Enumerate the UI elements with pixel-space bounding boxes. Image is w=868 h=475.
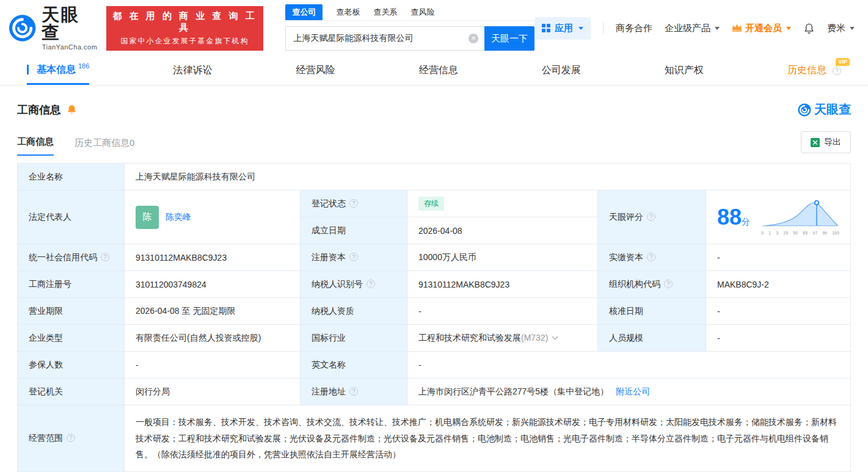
menu-cooperation[interactable]: 商务合作 [616, 23, 652, 34]
search-tab-relation[interactable]: 查关系 [373, 7, 397, 20]
search-box [285, 26, 484, 51]
subtab-history-business-info[interactable]: 历史工商信息0 [75, 137, 134, 156]
bell-icon [803, 23, 815, 34]
help-icon[interactable] [367, 280, 375, 288]
tab-basic-info-count: 186 [78, 62, 89, 70]
menu-enterprise[interactable]: 企业级产品 [665, 23, 720, 34]
help-icon[interactable] [833, 67, 841, 75]
help-icon[interactable] [349, 253, 358, 261]
address-label-cell: 注册地址 [301, 379, 407, 405]
approval-date-label: 核准日期 [598, 298, 706, 325]
search-button[interactable]: 天眼一下 [484, 26, 534, 51]
tab-intellectual-property[interactable]: 知识产权 [665, 56, 704, 85]
reg-status-label-cell: 登记状态 [301, 190, 407, 217]
table-row: 营业期限 2026-04-08 至 无固定期限 纳税人资质 - 核准日期 - [18, 298, 851, 325]
section-title: 工商信息 [17, 103, 61, 117]
vip-badge: VIP [836, 58, 850, 66]
help-icon[interactable] [647, 253, 655, 261]
help-icon[interactable] [349, 199, 358, 208]
tab-legal-litigation-label: 法律诉讼 [173, 64, 212, 77]
subtab-business-info[interactable]: 工商信息 [17, 136, 54, 156]
chevron-down-icon [850, 27, 855, 30]
address-value: 上海市闵行区沪青平公路277号5楼（集中登记地） [418, 386, 608, 396]
watermark-logo-text: 天眼查 [814, 101, 851, 118]
tab-history-info[interactable]: 历史信息 VIP [787, 56, 841, 85]
table-row: 工商注册号 310112003749824 纳税人识别号 91310112MAK… [18, 271, 851, 298]
legal-rep-cell: 陈 陈奕峰 [125, 190, 301, 244]
reg-capital-value: 10000万人民币 [407, 244, 598, 271]
help-icon[interactable] [664, 280, 673, 288]
table-row: 参保人数 - 英文名称 - [18, 352, 851, 379]
industry-cell: 工程和技术研究和试验发展(M732) [407, 325, 598, 352]
reg-status-cell: 存续 [407, 190, 598, 217]
chevron-down-icon[interactable] [552, 333, 558, 339]
tab-basic-info[interactable]: 基本信息 186 [27, 56, 89, 85]
table-row: 统一社会信用代码 91310112MAKB8C9J23 注册资本 10000万人… [18, 244, 851, 271]
table-row: 经营范围 一般项目：技术服务、技术开发、技术咨询、技术交流、技术转让、技术推广；… [18, 405, 851, 472]
table-row: 企业类型 有限责任公司(自然人投资或控股) 国标行业 工程和技术研究和试验发展(… [18, 325, 851, 352]
reg-authority-value: 闵行分局 [125, 379, 301, 405]
company-type-label: 企业类型 [18, 325, 125, 352]
tab-company-development[interactable]: 公司发展 [542, 56, 581, 85]
score-label: 天眼评分 [609, 212, 643, 222]
user-menu[interactable]: 费米 [827, 23, 855, 34]
taxpayer-id-label: 纳税人识别号 [312, 279, 363, 289]
slogan-line2: 国家中小企业发展子基金旗下机构 [112, 36, 258, 46]
export-button[interactable]: 导出 [801, 131, 851, 153]
export-button-label: 导出 [824, 137, 841, 148]
apps-menu[interactable]: 应用 [534, 17, 591, 40]
search-tab-risk[interactable]: 查风险 [410, 7, 434, 20]
reg-status-label: 登记状态 [312, 198, 346, 208]
search-tab-boss[interactable]: 查老板 [336, 7, 360, 20]
establish-date-label: 成立日期 [301, 217, 407, 244]
tab-operation-risk[interactable]: 经营风险 [296, 56, 335, 85]
score-axis: 0131550659799100 [761, 231, 839, 235]
clear-search-icon[interactable] [469, 34, 478, 43]
nearby-companies-link[interactable]: 附近公司 [616, 386, 650, 396]
approval-date-value: - [706, 298, 851, 325]
credit-code-label-cell: 统一社会信用代码 [18, 244, 125, 271]
slogan-line1: 都 在 用 的 商 业 查 询 工 具 [112, 10, 258, 34]
logo-swirl-icon [9, 14, 36, 42]
business-term-value: 2026-04-08 至 无固定期限 [125, 298, 301, 325]
search-tab-company[interactable]: 查公司 [285, 4, 323, 20]
tab-operation-info[interactable]: 经营信息 [419, 56, 458, 85]
taxpayer-id-label-cell: 纳税人识别号 [301, 271, 407, 298]
section-header: 工商信息 天眼查 [17, 101, 851, 118]
tab-operation-risk-label: 经营风险 [296, 64, 335, 77]
address-label: 注册地址 [312, 386, 346, 396]
search-input[interactable] [285, 26, 484, 51]
top-bar: 天眼查 TianYanCha.com 都 在 用 的 商 业 查 询 工 具 国… [0, 0, 868, 56]
reg-capital-label: 注册资本 [312, 252, 346, 262]
establish-date-value: 2026-04-08 [407, 217, 598, 244]
reg-number-label: 工商注册号 [18, 271, 125, 298]
business-scope-value: 一般项目：技术服务、技术开发、技术咨询、技术交流、技术转让、技术推广；机电耦合系… [125, 405, 851, 472]
main-content: 工商信息 天眼查 工商信息 历史工商信息0 导出 [0, 101, 868, 472]
score-label-cell: 天眼评分 [598, 190, 706, 244]
tianyancha-logo[interactable]: 天眼查 TianYanCha.com [9, 6, 98, 51]
tab-intellectual-property-label: 知识产权 [665, 64, 704, 77]
user-name: 费米 [827, 23, 845, 34]
excel-icon [811, 138, 820, 147]
legal-rep-link[interactable]: 陈奕峰 [166, 212, 191, 223]
taxpayer-quality-label: 纳税人资质 [301, 298, 407, 325]
legal-rep-avatar[interactable]: 陈 [136, 206, 159, 229]
company-name-label: 企业名称 [18, 164, 125, 190]
help-icon[interactable] [349, 387, 358, 396]
apps-grid-icon [542, 24, 550, 32]
tab-legal-litigation[interactable]: 法律诉讼 [173, 56, 212, 85]
help-icon[interactable] [101, 253, 109, 261]
table-row: 法定代表人 陈 陈奕峰 登记状态 存续 天眼评分 [18, 190, 851, 217]
org-code-value: MAKB8C9J-2 [706, 271, 851, 298]
paid-capital-value: - [706, 244, 851, 271]
notifications-button[interactable] [803, 23, 815, 34]
menu-vip[interactable]: 开通会员 [732, 23, 791, 34]
help-icon[interactable] [67, 433, 75, 442]
monitor-bell-icon[interactable] [67, 104, 77, 115]
reg-capital-label-cell: 注册资本 [301, 244, 407, 271]
logo-text: 天眼查 TianYanCha.com [42, 6, 98, 51]
org-code-label: 组织机构代码 [609, 279, 660, 289]
industry-value: 工程和技术研究和试验发展 [418, 333, 521, 343]
top-menu: 应用 商务合作 企业级产品 开通会员 费米 [534, 17, 855, 40]
help-icon[interactable] [647, 212, 655, 221]
